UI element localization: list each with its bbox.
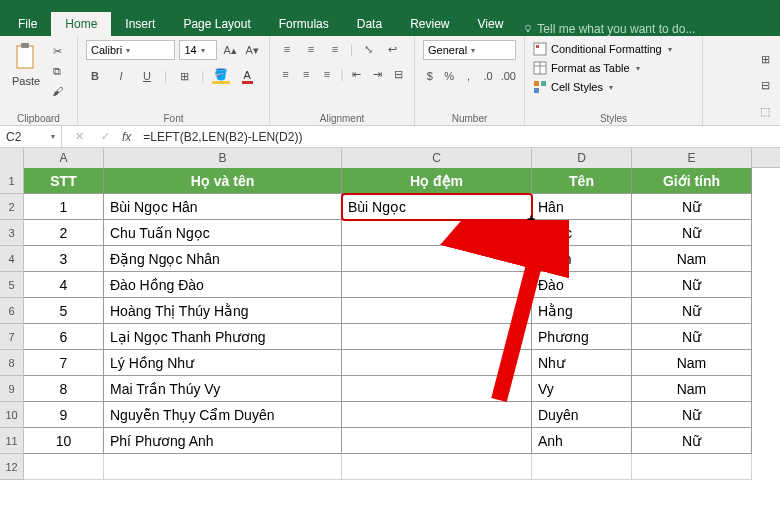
cell[interactable]: 3	[24, 246, 104, 272]
tab-page-layout[interactable]: Page Layout	[169, 12, 264, 36]
merge-icon[interactable]: ⊟	[391, 65, 406, 83]
align-middle-icon[interactable]: ≡	[302, 40, 320, 58]
insert-cells-icon[interactable]: ⊞	[756, 50, 774, 68]
cell[interactable]: Nữ	[632, 194, 752, 220]
cell[interactable]: Như	[532, 350, 632, 376]
formula-input[interactable]: =LEFT(B2,LEN(B2)-LEN(D2))	[139, 130, 780, 144]
italic-button[interactable]: I	[112, 67, 130, 85]
percent-format-icon[interactable]: %	[442, 67, 455, 85]
cell[interactable]: Nguyễn Thụy Cẩm Duyên	[104, 402, 342, 428]
cell[interactable]	[342, 350, 532, 376]
cell[interactable]: 4	[24, 272, 104, 298]
cell[interactable]: Lý Hồng Như	[104, 350, 342, 376]
enter-formula-icon[interactable]: ✓	[96, 128, 114, 146]
cell[interactable]: 8	[24, 376, 104, 402]
cell[interactable]: Nữ	[632, 298, 752, 324]
underline-button[interactable]: U	[138, 67, 156, 85]
cell-styles-button[interactable]: Cell Styles▾	[533, 80, 694, 94]
format-cells-icon[interactable]: ⬚	[756, 102, 774, 120]
row-header[interactable]: 1	[0, 168, 24, 194]
cell[interactable]: 6	[24, 324, 104, 350]
wrap-text-icon[interactable]: ↩	[383, 40, 401, 58]
cut-icon[interactable]: ✂	[48, 42, 66, 60]
fill-color-icon[interactable]: 🪣	[212, 67, 230, 85]
row-header[interactable]: 6	[0, 298, 24, 324]
col-header-B[interactable]: B	[104, 148, 342, 168]
conditional-formatting-button[interactable]: Conditional Formatting▾	[533, 42, 694, 56]
cell[interactable]: 9	[24, 402, 104, 428]
cell[interactable]: Nữ	[632, 220, 752, 246]
col-header-C[interactable]: C	[342, 148, 532, 168]
tab-data[interactable]: Data	[343, 12, 396, 36]
cell[interactable]	[104, 454, 342, 480]
bold-button[interactable]: B	[86, 67, 104, 85]
cell[interactable]: Bùi Ngọc	[342, 194, 532, 220]
align-bottom-icon[interactable]: ≡	[326, 40, 344, 58]
font-size-dropdown[interactable]: 14▾	[179, 40, 217, 60]
row-header[interactable]: 10	[0, 402, 24, 428]
copy-icon[interactable]: ⧉	[48, 62, 66, 80]
cell[interactable]	[632, 454, 752, 480]
accounting-format-icon[interactable]: $	[423, 67, 436, 85]
format-painter-icon[interactable]: 🖌	[48, 82, 66, 100]
fx-icon[interactable]: fx	[122, 130, 131, 144]
cell[interactable]	[342, 324, 532, 350]
align-top-icon[interactable]: ≡	[278, 40, 296, 58]
decrease-decimal-icon[interactable]: .00	[501, 67, 516, 85]
cell[interactable]	[342, 454, 532, 480]
cell[interactable]: 5	[24, 298, 104, 324]
align-center-icon[interactable]: ≡	[299, 65, 314, 83]
col-header-D[interactable]: D	[532, 148, 632, 168]
cell[interactable]: Phí Phương Anh	[104, 428, 342, 454]
cell[interactable]	[342, 298, 532, 324]
cell[interactable]: 2	[24, 220, 104, 246]
cell[interactable]	[342, 272, 532, 298]
cell[interactable]: Nhân	[532, 246, 632, 272]
row-header[interactable]: 5	[0, 272, 24, 298]
cell[interactable]: Bùi Ngọc Hân	[104, 194, 342, 220]
decrease-indent-icon[interactable]: ⇤	[350, 65, 365, 83]
decrease-font-icon[interactable]: A▾	[243, 41, 261, 59]
cell[interactable]: Đào	[532, 272, 632, 298]
header-stt[interactable]: STT	[24, 168, 104, 194]
border-icon[interactable]: ⊞	[175, 67, 193, 85]
cell-grid[interactable]: STT Họ và tên Họ đệm Tên Giới tính 1Bùi …	[24, 168, 752, 480]
header-gioi-tinh[interactable]: Giới tính	[632, 168, 752, 194]
cell[interactable]: Ngọc	[532, 220, 632, 246]
increase-font-icon[interactable]: A▴	[221, 41, 239, 59]
tab-review[interactable]: Review	[396, 12, 463, 36]
tell-me-search[interactable]: Tell me what you want to do...	[523, 22, 695, 36]
comma-format-icon[interactable]: ,	[462, 67, 475, 85]
row-header[interactable]: 2	[0, 194, 24, 220]
col-header-E[interactable]: E	[632, 148, 752, 168]
increase-indent-icon[interactable]: ⇥	[370, 65, 385, 83]
cell[interactable]: 1	[24, 194, 104, 220]
name-box[interactable]: C2▾	[0, 126, 62, 147]
select-all-corner[interactable]	[0, 148, 24, 168]
cell[interactable]: Nữ	[632, 402, 752, 428]
cell[interactable]: Hằng	[532, 298, 632, 324]
row-header[interactable]: 4	[0, 246, 24, 272]
cell[interactable]	[532, 454, 632, 480]
row-header[interactable]: 11	[0, 428, 24, 454]
tab-home[interactable]: Home	[51, 12, 111, 36]
cell[interactable]	[342, 246, 532, 272]
cell[interactable]: Vy	[532, 376, 632, 402]
cell[interactable]: Hoàng Thị Thúy Hằng	[104, 298, 342, 324]
increase-decimal-icon[interactable]: .0	[481, 67, 494, 85]
cell[interactable]: Nữ	[632, 428, 752, 454]
font-color-icon[interactable]: A	[238, 67, 256, 85]
tab-file[interactable]: File	[4, 12, 51, 36]
cell[interactable]: Mai Trần Thúy Vy	[104, 376, 342, 402]
cell[interactable]: Nam	[632, 246, 752, 272]
cell[interactable]	[342, 376, 532, 402]
align-left-icon[interactable]: ≡	[278, 65, 293, 83]
cell[interactable]: Chu Tuấn Ngọc	[104, 220, 342, 246]
cell[interactable]: Hân	[532, 194, 632, 220]
cell[interactable]: Phương	[532, 324, 632, 350]
cell[interactable]: Lại Ngọc Thanh Phương	[104, 324, 342, 350]
tab-view[interactable]: View	[464, 12, 518, 36]
number-format-dropdown[interactable]: General▾	[423, 40, 516, 60]
align-right-icon[interactable]: ≡	[320, 65, 335, 83]
header-ho-dem[interactable]: Họ đệm	[342, 168, 532, 194]
